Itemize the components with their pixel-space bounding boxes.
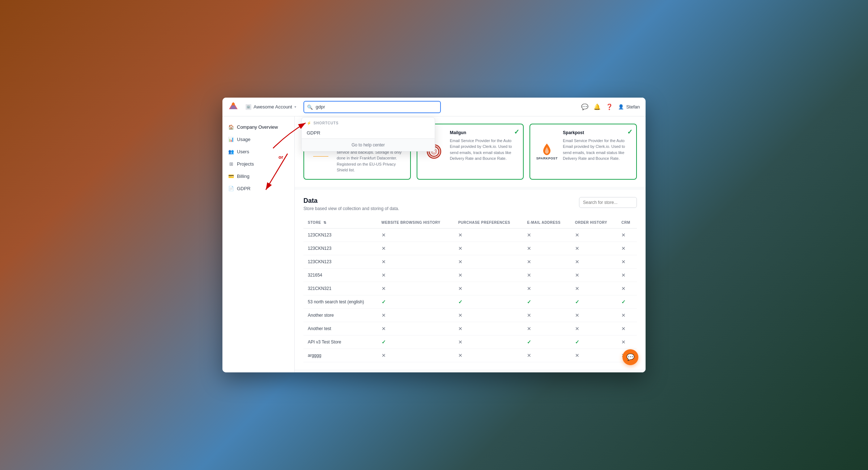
cross-icon: ✕ <box>382 286 386 291</box>
cross-icon: ✕ <box>575 352 579 358</box>
chat-button[interactable]: 💬 <box>622 349 638 365</box>
cross-icon: ✕ <box>527 286 531 291</box>
cross-icon: ✕ <box>382 312 386 318</box>
crm-cell: ✓ <box>617 295 637 308</box>
table-row[interactable]: API v3 Test Store ✓ ✕ ✓ ✓ ✕ <box>303 335 637 349</box>
table-row[interactable]: Another store ✕ ✕ ✕ ✕ ✕ <box>303 308 637 322</box>
chart-icon: 📊 <box>228 136 234 142</box>
cross-icon: ✕ <box>458 232 463 238</box>
table-row[interactable]: 123CKN123 ✕ ✕ ✕ ✕ ✕ <box>303 255 637 268</box>
order-cell: ✕ <box>571 268 617 282</box>
building-icon: 🏠 <box>228 124 234 130</box>
sidebar-item-usage[interactable]: 📊 Usage <box>222 133 294 145</box>
app-body: 🏠 Company Overview 📊 Usage 👥 Users ⊞ Pro… <box>222 116 646 372</box>
browsing-cell: ✕ <box>377 255 454 268</box>
cross-icon: ✕ <box>527 352 531 358</box>
help-icon[interactable]: ❓ <box>606 103 613 110</box>
table-row[interactable]: 123CKN123 ✕ ✕ ✕ ✕ ✕ <box>303 242 637 255</box>
app-window: 🏢 Awesome Account ▾ 🔍 💬 🔔 ❓ 👤 Stefan ⚡ S… <box>222 98 646 372</box>
cross-icon: ✕ <box>621 259 626 265</box>
sparkpost-description: Email Service Provider for the Auto Emai… <box>563 138 630 162</box>
bell-icon[interactable]: 🔔 <box>593 103 601 110</box>
purchase-cell: ✕ <box>454 228 523 242</box>
data-header: Data Store based view of collection and … <box>303 197 637 211</box>
order-cell: ✕ <box>571 308 617 322</box>
table-row[interactable]: 321654 ✕ ✕ ✕ ✕ ✕ <box>303 268 637 282</box>
user-menu[interactable]: 👤 Stefan <box>618 104 640 110</box>
cross-icon: ✕ <box>458 339 463 345</box>
check-icon: ✓ <box>527 339 531 345</box>
email-cell: ✕ <box>523 349 570 362</box>
cross-icon: ✕ <box>527 326 531 332</box>
shortcuts-label: ⚡ SHORTCUTS <box>302 118 435 127</box>
app-logo <box>228 101 238 113</box>
grid-icon: ⊞ <box>228 161 234 167</box>
order-cell: ✕ <box>571 349 617 362</box>
sidebar-label-users: Users <box>237 149 249 154</box>
check-icon: ✓ <box>575 299 579 305</box>
cross-icon: ✕ <box>458 312 463 318</box>
email-cell: ✕ <box>523 228 570 242</box>
purchase-cell: ✕ <box>454 268 523 282</box>
email-cell: ✕ <box>523 308 570 322</box>
col-crm: CRM <box>617 217 637 228</box>
check-icon: ✓ <box>527 299 531 305</box>
col-email: E-MAIL ADDRESS <box>523 217 570 228</box>
billing-icon: 💳 <box>228 173 234 179</box>
store-name: 123CKN123 <box>303 242 377 255</box>
table-header-row: STORE ⇅ WEBSITE BROWSING HISTORY PURCHAS… <box>303 217 637 228</box>
table-row[interactable]: Another test ✕ ✕ ✕ ✕ ✕ <box>303 322 637 335</box>
mailgun-description: Email Service Provider for the Auto Emai… <box>450 138 518 162</box>
sidebar-item-users[interactable]: 👥 Users <box>222 145 294 158</box>
crm-cell: ✕ <box>617 282 637 295</box>
sidebar-label-company-overview: Company Overview <box>237 124 278 130</box>
cross-icon: ✕ <box>458 352 463 358</box>
table-row[interactable]: 123CKN123 ✕ ✕ ✕ ✕ ✕ <box>303 228 637 242</box>
sidebar-item-gdpr[interactable]: 📄 GDPR <box>222 182 294 195</box>
purchase-cell: ✓ <box>454 295 523 308</box>
table-row[interactable]: 321CKN321 ✕ ✕ ✕ ✕ ✕ <box>303 282 637 295</box>
table-row[interactable]: argggg ✕ ✕ ✕ ✕ ✕ <box>303 349 637 362</box>
cross-icon: ✕ <box>575 326 579 332</box>
store-name: API v3 Test Store <box>303 335 377 349</box>
store-search-input[interactable] <box>579 197 637 208</box>
data-title: Data <box>303 197 399 205</box>
cross-icon: ✕ <box>458 272 463 278</box>
crm-cell: ✕ <box>617 268 637 282</box>
data-title-area: Data Store based view of collection and … <box>303 197 399 211</box>
store-name: 123CKN123 <box>303 255 377 268</box>
sort-icon[interactable]: ⇅ <box>323 221 327 225</box>
search-icon: 🔍 <box>307 104 313 110</box>
purchase-cell: ✕ <box>454 242 523 255</box>
search-wrapper: 🔍 <box>303 101 441 113</box>
notification-icon[interactable]: 💬 <box>581 103 588 110</box>
browsing-cell: ✕ <box>377 349 454 362</box>
cross-icon: ✕ <box>382 259 386 265</box>
browsing-cell: ✕ <box>377 228 454 242</box>
cross-icon: ✕ <box>382 326 386 332</box>
user-name: Stefan <box>626 104 640 110</box>
sidebar: 🏠 Company Overview 📊 Usage 👥 Users ⊞ Pro… <box>222 116 295 372</box>
cross-icon: ✕ <box>575 259 579 265</box>
email-cell: ✕ <box>523 322 570 335</box>
help-center-link[interactable]: Go to help center <box>302 138 435 151</box>
email-cell: ✕ <box>523 282 570 295</box>
crm-cell: ✕ <box>617 308 637 322</box>
sidebar-item-billing[interactable]: 💳 Billing <box>222 170 294 182</box>
user-icon: 👤 <box>618 104 624 110</box>
purchase-cell: ✕ <box>454 322 523 335</box>
sidebar-label-gdpr: GDPR <box>237 186 251 191</box>
account-icon: 🏢 <box>246 104 251 110</box>
check-icon: ✓ <box>382 299 386 305</box>
table-row[interactable]: 53 north search test (english) ✓ ✓ ✓ ✓ ✓ <box>303 295 637 308</box>
search-input[interactable] <box>303 101 441 113</box>
check-icon: ✓ <box>382 339 386 345</box>
search-dropdown: ⚡ SHORTCUTS GDPR Go to help center <box>301 117 435 151</box>
dropdown-gdpr-item[interactable]: GDPR <box>302 127 435 138</box>
col-purchase: PURCHASE PREFERENCES <box>454 217 523 228</box>
browsing-cell: ✕ <box>377 308 454 322</box>
sidebar-item-projects[interactable]: ⊞ Projects <box>222 158 294 170</box>
email-cell: ✕ <box>523 268 570 282</box>
sidebar-item-company-overview[interactable]: 🏠 Company Overview <box>222 121 294 133</box>
account-selector[interactable]: 🏢 Awesome Account ▾ <box>243 103 299 111</box>
